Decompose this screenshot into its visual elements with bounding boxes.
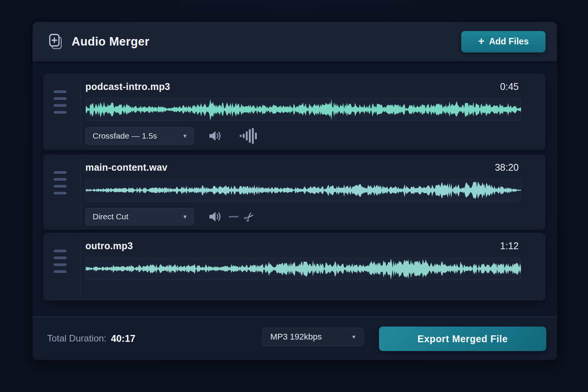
total-duration-value: 40:17 [111, 333, 136, 344]
transition-dropdown[interactable]: Direct Cut ▼ [85, 208, 194, 225]
divider [80, 77, 81, 146]
drag-handle[interactable] [54, 171, 67, 199]
chevron-down-icon: ▼ [182, 133, 188, 139]
divider [80, 158, 81, 226]
footer-bar: Total Duration: 40:17 MP3 192kbps ▼ Expo… [33, 317, 557, 360]
audio-levels-icon [239, 127, 257, 144]
add-files-button[interactable]: + Add Files [461, 31, 546, 52]
volume-icon [209, 211, 222, 223]
app-header: Audio Merger + Add Files [33, 22, 557, 61]
volume-button[interactable] [209, 130, 222, 142]
waveform-container [85, 179, 521, 202]
total-duration-label: Total Duration: [47, 333, 106, 344]
track-duration: 38:20 [495, 162, 519, 173]
drag-handle[interactable] [54, 250, 67, 277]
merge-files-icon [47, 33, 64, 51]
track-card-outro: outro.mp3 1:12 [43, 233, 546, 301]
track-duration: 0:45 [500, 81, 519, 92]
export-merged-file-button[interactable]: Export Merged File [379, 327, 546, 351]
add-files-label: Add Files [489, 36, 529, 47]
track-filename: main-content.wav [85, 162, 167, 173]
dash-icon [229, 216, 238, 217]
page-title: Audio Merger [72, 35, 149, 49]
transition-value: Direct Cut [93, 212, 128, 221]
waveform-container [85, 98, 521, 121]
plus-icon: + [478, 36, 484, 47]
drag-handle[interactable] [54, 90, 67, 118]
track-filename: podcast-intro.mp3 [85, 81, 170, 92]
track-filename: outro.mp3 [85, 240, 133, 252]
track-controls: Crossfade — 1.5s ▼ [85, 127, 257, 145]
export-format-value: MP3 192kbps [270, 332, 322, 342]
export-format-dropdown[interactable]: MP3 192kbps ▼ [262, 328, 364, 346]
track-duration: 1:12 [500, 240, 519, 252]
waveform-display [86, 258, 521, 280]
chevron-down-icon: ▼ [182, 214, 188, 220]
waveform-display [86, 98, 521, 121]
chevron-down-icon: ▼ [351, 334, 356, 340]
divider [80, 237, 81, 297]
waveform-display [86, 179, 521, 201]
audio-merger-window: Audio Merger + Add Files podcast-intro.m… [33, 22, 557, 360]
trim-button[interactable]: ✂ [244, 211, 255, 223]
volume-icon [209, 130, 222, 142]
waveform-container [85, 257, 521, 280]
transition-dropdown[interactable]: Crossfade — 1.5s ▼ [85, 127, 194, 145]
equalizer-button[interactable] [239, 127, 257, 144]
scissors-icon: ✂ [241, 209, 257, 225]
transition-value: Crossfade — 1.5s [93, 131, 157, 140]
track-card-main-content: main-content.wav 38:20 Direct Cut ▼ ✂ [43, 154, 546, 230]
track-controls: Direct Cut ▼ ✂ [85, 208, 255, 225]
track-card-podcast-intro: podcast-intro.mp3 0:45 Crossfade — 1.5s … [43, 74, 546, 150]
volume-button[interactable] [209, 211, 222, 223]
